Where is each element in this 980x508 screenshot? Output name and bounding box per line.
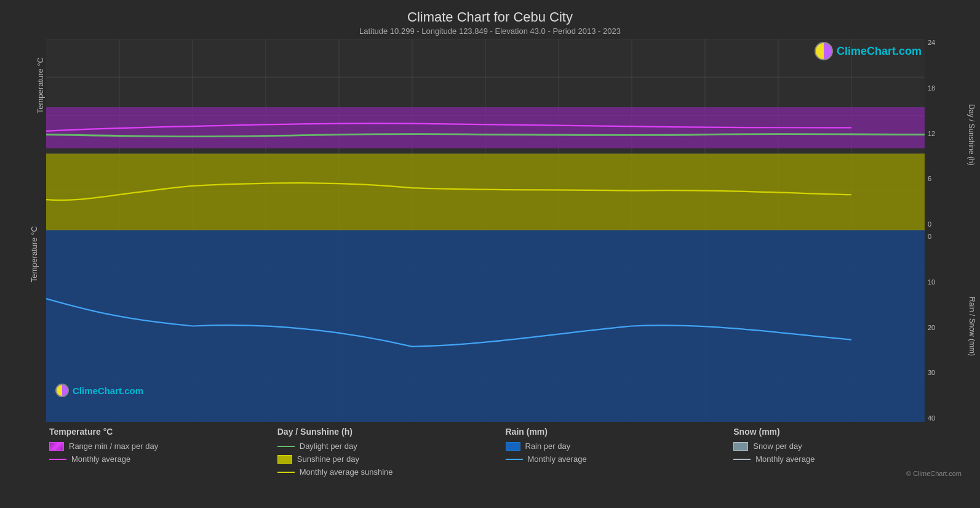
logo-icon-top bbox=[815, 42, 833, 60]
right-tick-12: 12 bbox=[928, 130, 965, 137]
svg-rect-38 bbox=[705, 230, 778, 422]
svg-rect-41 bbox=[46, 154, 925, 230]
legend-rain-avg-label: Monthly average bbox=[528, 454, 587, 464]
logo-icon-bottom bbox=[55, 384, 69, 397]
legend-temp-range-label: Range min / max per day bbox=[69, 441, 158, 451]
sunshine-avg-line bbox=[277, 472, 295, 473]
svg-rect-36 bbox=[559, 230, 632, 422]
legend-sunshine-bar-label: Sunshine per day bbox=[297, 454, 359, 464]
temp-range-swatch bbox=[49, 442, 64, 451]
logo-top-right: ClimeChart.com bbox=[815, 42, 922, 60]
svg-rect-35 bbox=[485, 230, 559, 422]
right-rain-tick-40: 40 bbox=[928, 414, 965, 422]
right-rain-tick-30: 30 bbox=[928, 369, 965, 376]
page-wrapper: Climate Chart for Cebu City Latitude 10.… bbox=[0, 0, 980, 508]
legend-temp-title: Temperature °C bbox=[49, 427, 277, 437]
svg-rect-40 bbox=[851, 230, 925, 422]
legend-snow-avg: Monthly average bbox=[733, 454, 962, 464]
legend-daylight-label: Daylight per day bbox=[300, 441, 357, 451]
legend-sunshine-avg-label: Monthly average sunshine bbox=[300, 467, 393, 477]
legend-temp: Temperature °C Range min / max per day M… bbox=[49, 427, 277, 502]
legend-snow-bar: Snow per day bbox=[733, 441, 962, 451]
temp-avg-line bbox=[49, 459, 66, 460]
logo-text-bottom: ClimeChart.com bbox=[73, 385, 143, 396]
right-tick-18: 18 bbox=[928, 84, 965, 92]
sunshine-swatch bbox=[277, 455, 292, 464]
legend-sunshine: Day / Sunshine (h) Daylight per day Suns… bbox=[277, 427, 506, 502]
legend-sunshine-avg: Monthly average sunshine bbox=[277, 467, 506, 477]
right-tick-6: 6 bbox=[928, 175, 965, 182]
right-tick-24: 24 bbox=[928, 39, 965, 46]
chart-canvas: Jan Feb Mar Apr May Jun Jul Aug Sep Oct … bbox=[46, 39, 925, 422]
legend-snow-title: Snow (mm) bbox=[733, 427, 962, 437]
chart-title: Climate Chart for Cebu City bbox=[12, 9, 968, 25]
right-rain-tick-0: 0 bbox=[928, 233, 965, 240]
rain-avg-line bbox=[506, 459, 523, 460]
legend-snow: Snow (mm) Snow per day Monthly average ©… bbox=[733, 427, 962, 502]
legend-snow-bar-label: Snow per day bbox=[753, 441, 802, 451]
legend-sunshine-title: Day / Sunshine (h) bbox=[277, 427, 506, 437]
legend-rain-avg: Monthly average bbox=[506, 454, 734, 464]
legend-temp-avg-label: Monthly average bbox=[71, 454, 130, 464]
svg-rect-34 bbox=[412, 230, 485, 422]
legend-rain-title: Rain (mm) bbox=[506, 427, 734, 437]
copyright: © ClimeChart.com bbox=[733, 470, 962, 477]
snow-avg-line bbox=[733, 459, 751, 460]
right-axis-label-rain: Rain / Snow (mm) bbox=[968, 296, 976, 355]
svg-rect-33 bbox=[339, 230, 412, 422]
legend-temp-range: Range min / max per day bbox=[49, 441, 277, 451]
legend-snow-avg-label: Monthly average bbox=[755, 454, 815, 464]
snow-swatch bbox=[733, 442, 748, 451]
right-rain-tick-20: 20 bbox=[928, 324, 965, 331]
right-tick-0: 0 bbox=[928, 220, 965, 228]
legend-sunshine-bar: Sunshine per day bbox=[277, 454, 506, 464]
left-axis-label: Temperature °C bbox=[30, 226, 39, 282]
legend-rain: Rain (mm) Rain per day Monthly average bbox=[506, 427, 734, 502]
legend-area: Temperature °C Range min / max per day M… bbox=[12, 422, 968, 502]
y-axis-left-label: Temperature °C bbox=[36, 57, 45, 113]
chart-subtitle: Latitude 10.299 - Longitude 123.849 - El… bbox=[12, 26, 968, 36]
rain-swatch bbox=[506, 442, 520, 451]
y-axis-right: 24 18 12 6 0 0 10 20 30 40 Day / Sunshin… bbox=[925, 39, 968, 422]
legend-temp-avg: Monthly average bbox=[49, 454, 277, 464]
chart-area: Temperature °C bbox=[12, 39, 968, 422]
logo-text-top: ClimeChart.com bbox=[837, 45, 922, 58]
legend-daylight: Daylight per day bbox=[277, 441, 506, 451]
legend-rain-bar-label: Rain per day bbox=[525, 441, 571, 451]
svg-rect-39 bbox=[778, 230, 851, 422]
right-rain-tick-10: 10 bbox=[928, 278, 965, 286]
right-axis-label-sunshine: Day / Sunshine (h) bbox=[966, 104, 975, 165]
logo-bottom-left: ClimeChart.com bbox=[55, 384, 143, 397]
legend-rain-bar: Rain per day bbox=[506, 441, 734, 451]
daylight-line bbox=[277, 446, 295, 447]
